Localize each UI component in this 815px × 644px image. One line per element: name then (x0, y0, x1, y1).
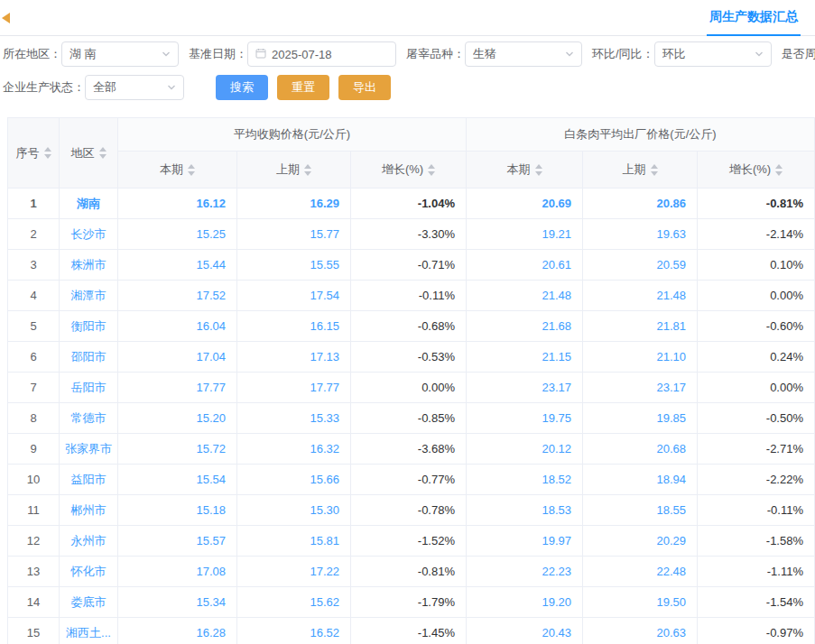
col-header-purchase-current[interactable]: 本期 (118, 152, 237, 189)
region-link[interactable]: 益阳市 (60, 465, 118, 495)
region-link[interactable]: 湘西土... (60, 618, 118, 644)
variety-select[interactable]: 生猪 (465, 41, 582, 67)
region-link[interactable]: 张家界市 (60, 434, 118, 465)
page-title-tab[interactable]: 周生产数据汇总 (707, 0, 801, 36)
sort-icon[interactable] (428, 164, 435, 176)
purchase-growth-cell: -0.53% (351, 342, 467, 373)
calendar-icon (255, 48, 266, 61)
purchase-growth-cell: -0.71% (351, 250, 467, 281)
factory-previous-cell: 20.68 (583, 434, 698, 465)
row-index-cell: 8 (8, 403, 60, 434)
table-row: 4湘潭市17.5217.54-0.11%21.4821.480.00% (8, 281, 815, 311)
purchase-current-cell: 15.18 (118, 495, 237, 526)
row-index-cell: 3 (8, 250, 60, 281)
purchase-previous-cell: 16.15 (237, 311, 351, 342)
purchase-previous-cell: 17.77 (237, 373, 351, 403)
filter-base-date: 基准日期： 2025-07-18 (189, 41, 396, 67)
region-link[interactable]: 常德市 (60, 403, 118, 434)
factory-growth-cell: 0.24% (698, 342, 815, 373)
purchase-previous-cell: 15.66 (237, 465, 351, 495)
table-row: 3株洲市15.4415.55-0.71%20.6120.590.10% (8, 250, 815, 281)
region-link[interactable]: 邵阳市 (60, 342, 118, 373)
factory-previous-cell: 22.48 (583, 557, 698, 587)
purchase-growth-cell: -1.04% (351, 189, 467, 219)
sort-icon[interactable] (535, 164, 542, 176)
purchase-previous-cell: 17.13 (237, 342, 351, 373)
base-date-label: 基准日期： (189, 46, 247, 62)
sort-icon[interactable] (651, 164, 658, 176)
factory-growth-cell: 0.00% (698, 281, 815, 311)
region-link[interactable]: 湘潭市 (60, 281, 118, 311)
factory-current-cell: 18.52 (467, 465, 583, 495)
sort-icon[interactable] (99, 147, 107, 159)
purchase-current-cell: 15.72 (118, 434, 237, 465)
purchase-current-cell: 17.08 (118, 557, 237, 587)
region-link[interactable]: 娄底市 (60, 587, 118, 618)
weekly-company-label: 是否周报企业： (782, 46, 815, 62)
reset-button[interactable]: 重置 (277, 75, 329, 100)
purchase-previous-cell: 15.62 (237, 587, 351, 618)
factory-current-cell: 21.48 (467, 281, 583, 311)
col-header-factory-previous[interactable]: 上期 (583, 152, 698, 189)
purchase-current-cell: 15.57 (118, 526, 237, 557)
region-link[interactable]: 衡阳市 (60, 311, 118, 342)
factory-previous-cell: 18.55 (583, 495, 698, 526)
filter-row-1: 所在地区： 湖 南 基准日期： 2025-07-18 屠宰品种： 生猪 环比/同… (3, 41, 815, 67)
factory-current-cell: 20.69 (467, 189, 583, 219)
sort-icon[interactable] (304, 164, 311, 176)
factory-current-cell: 19.20 (467, 587, 583, 618)
purchase-current-cell: 16.04 (118, 311, 237, 342)
factory-current-cell: 19.75 (467, 403, 583, 434)
factory-previous-cell: 20.63 (583, 618, 698, 644)
sort-icon[interactable] (44, 147, 51, 159)
base-date-input[interactable]: 2025-07-18 (247, 41, 396, 67)
factory-previous-cell: 23.17 (583, 373, 698, 403)
table-row: 15湘西土...16.2816.52-1.45%20.4320.63-0.97% (8, 618, 815, 644)
search-button[interactable]: 搜索 (216, 75, 268, 100)
region-link[interactable]: 怀化市 (60, 557, 118, 587)
region-link[interactable]: 长沙市 (60, 219, 118, 250)
factory-previous-cell: 19.50 (583, 587, 698, 618)
region-link[interactable]: 永州市 (60, 526, 118, 557)
col-header-factory-current[interactable]: 本期 (467, 152, 583, 189)
region-link[interactable]: 岳阳市 (60, 373, 118, 403)
factory-growth-cell: -2.71% (698, 434, 815, 465)
collapse-sidebar-icon[interactable] (2, 13, 10, 23)
col-header-label: 上期 (276, 161, 300, 178)
compare-select[interactable]: 环比 (654, 41, 772, 67)
filter-panel: 所在地区： 湖 南 基准日期： 2025-07-18 屠宰品种： 生猪 环比/同… (0, 36, 815, 110)
group-header-factory-price: 白条肉平均出厂价格(元/公斤) (467, 118, 815, 152)
col-header-purchase-growth[interactable]: 增长(%) (351, 152, 467, 189)
purchase-growth-cell: 0.00% (351, 373, 467, 403)
col-header-region[interactable]: 地区 (60, 118, 118, 189)
region-link[interactable]: 湖南 (60, 189, 118, 219)
production-status-select[interactable]: 全部 (85, 75, 184, 100)
table-row: 14娄底市15.3415.62-1.79%19.2019.50-1.54% (8, 587, 815, 618)
region-link[interactable]: 郴州市 (60, 495, 118, 526)
chevron-down-icon (162, 48, 171, 61)
chevron-down-icon (167, 81, 176, 95)
col-header-index[interactable]: 序号 (8, 118, 60, 189)
region-select-value: 湖 南 (69, 46, 162, 62)
sort-icon[interactable] (775, 164, 783, 176)
col-header-purchase-previous[interactable]: 上期 (237, 152, 351, 189)
export-button[interactable]: 导出 (338, 75, 391, 100)
factory-current-cell: 22.23 (467, 557, 583, 587)
row-index-cell: 6 (8, 342, 60, 373)
sort-icon[interactable] (188, 164, 195, 176)
region-link[interactable]: 株洲市 (60, 250, 118, 281)
purchase-current-cell: 16.12 (118, 189, 237, 219)
factory-growth-cell: 0.10% (698, 250, 815, 281)
factory-current-cell: 20.43 (467, 618, 583, 644)
row-index-cell: 1 (8, 189, 60, 219)
data-table: 序号 地区 平均收购价格(元/公斤) 白条肉平均出厂价格(元/公斤) 本期 上期… (7, 117, 815, 644)
table-sub-header-row: 本期 上期 增长(%) 本期 上期 增长(%) (8, 152, 815, 189)
purchase-previous-cell: 16.32 (237, 434, 351, 465)
table-row: 7岳阳市17.7717.770.00%23.1723.170.00% (8, 373, 815, 403)
col-header-factory-growth[interactable]: 增长(%) (698, 152, 815, 189)
table-row: 10益阳市15.5415.66-0.77%18.5218.94-2.22% (8, 465, 815, 495)
chevron-down-icon (755, 48, 764, 61)
page-title: 周生产数据汇总 (709, 9, 798, 25)
region-select[interactable]: 湖 南 (61, 41, 179, 67)
purchase-growth-cell: -1.45% (351, 618, 467, 644)
